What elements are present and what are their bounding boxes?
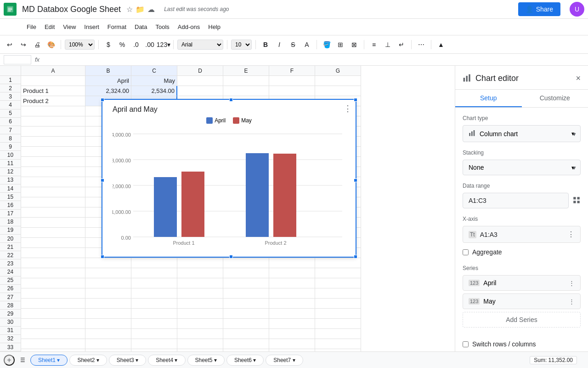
row-num-33[interactable]: 33 <box>0 343 21 351</box>
row-num-15[interactable]: 15 <box>0 193 21 201</box>
cell-row22[interactable] <box>269 288 315 299</box>
cell-row22[interactable] <box>85 288 131 299</box>
cell-row10[interactable] <box>21 167 85 177</box>
cell-row27[interactable] <box>223 339 269 349</box>
cell-row26[interactable] <box>223 329 269 339</box>
row-num-13[interactable]: 13 <box>0 176 21 184</box>
cell-row23[interactable] <box>315 299 361 309</box>
cell-row19[interactable] <box>223 258 269 268</box>
cell-e1[interactable] <box>223 76 269 86</box>
cell-row8[interactable] <box>21 147 85 157</box>
strikethrough-button[interactable]: S <box>287 39 299 51</box>
cell-row26[interactable] <box>85 329 131 339</box>
row-num-29[interactable]: 29 <box>0 310 21 318</box>
italic-button[interactable]: I <box>273 39 285 51</box>
cell-row25[interactable] <box>85 319 131 329</box>
sheet-list-button[interactable]: ☰ <box>17 354 28 366</box>
cell-row5[interactable] <box>21 116 85 126</box>
row-num-1[interactable]: 1 <box>0 76 21 84</box>
decimal-increase-button[interactable]: .00 <box>144 39 156 51</box>
cell-row20[interactable] <box>131 268 177 278</box>
row-num-6[interactable]: 6 <box>0 118 21 126</box>
cloud-icon[interactable]: ☁ <box>147 5 155 14</box>
row-num-5[interactable]: 5 <box>0 109 21 118</box>
cell-row27[interactable] <box>131 339 177 349</box>
col-header-a[interactable]: A <box>21 66 85 76</box>
col-header-f[interactable]: F <box>269 66 315 76</box>
cell-row27[interactable] <box>21 339 85 349</box>
cell-row23[interactable] <box>131 299 177 309</box>
resize-handle-mr[interactable] <box>354 178 357 182</box>
cell-row24[interactable] <box>315 309 361 319</box>
row-num-10[interactable]: 10 <box>0 151 21 159</box>
cell-row26[interactable] <box>21 329 85 339</box>
cell-row28[interactable] <box>131 349 177 351</box>
cell-c1[interactable]: May <box>131 76 177 86</box>
cell-row25[interactable] <box>21 319 85 329</box>
row-num-26[interactable]: 26 <box>0 285 21 293</box>
add-series-button[interactable]: Add Series <box>463 312 581 328</box>
paint-format-button[interactable]: 🎨 <box>45 39 57 51</box>
font-size-select[interactable]: 10 <box>231 40 252 50</box>
row-num-24[interactable]: 24 <box>0 268 21 276</box>
row-num-8[interactable]: 8 <box>0 134 21 143</box>
cell-row20[interactable] <box>223 268 269 278</box>
cell-row25[interactable] <box>177 319 223 329</box>
cell-a3[interactable]: Product 2 <box>21 96 85 106</box>
wrap-button[interactable]: ↵ <box>396 39 407 51</box>
cell-row27[interactable] <box>177 339 223 349</box>
cell-row13[interactable] <box>21 197 85 207</box>
cell-row9[interactable] <box>21 157 85 167</box>
cell-row24[interactable] <box>223 309 269 319</box>
cell-row24[interactable] <box>131 309 177 319</box>
format-button[interactable]: 123▾ <box>158 39 170 51</box>
menu-view[interactable]: View <box>59 22 79 32</box>
col-header-b[interactable]: B <box>85 66 131 76</box>
cell-row21[interactable] <box>269 278 315 288</box>
row-num-30[interactable]: 30 <box>0 318 21 327</box>
cell-row26[interactable] <box>315 329 361 339</box>
row-num-18[interactable]: 18 <box>0 218 21 226</box>
cell-row26[interactable] <box>131 329 177 339</box>
tab-setup[interactable]: Setup <box>455 90 522 107</box>
cell-row23[interactable] <box>177 299 223 309</box>
cell-row25[interactable] <box>223 319 269 329</box>
aggregate-checkbox[interactable] <box>463 249 469 255</box>
menu-file[interactable]: File <box>23 22 40 32</box>
sheet-tab-sheet7[interactable]: Sheet7 ▾ <box>266 355 303 366</box>
series-april-more-button[interactable]: ⋮ <box>569 280 575 287</box>
cell-row20[interactable] <box>177 268 223 278</box>
bold-button[interactable]: B <box>260 39 271 51</box>
row-num-20[interactable]: 20 <box>0 235 21 243</box>
cell-row27[interactable] <box>269 339 315 349</box>
row-num-23[interactable]: 23 <box>0 259 21 268</box>
cell-g1[interactable] <box>315 76 361 86</box>
cell-row20[interactable] <box>315 268 361 278</box>
collapse-button[interactable]: ▲ <box>435 39 447 51</box>
cell-a1[interactable] <box>21 76 85 86</box>
col-header-g[interactable]: G <box>315 66 361 76</box>
cell-row24[interactable] <box>269 309 315 319</box>
cell-d1[interactable] <box>177 76 223 86</box>
cell-row21[interactable] <box>131 278 177 288</box>
cell-d2[interactable] <box>177 86 223 96</box>
cell-row17[interactable] <box>21 238 85 248</box>
sheet-tab-sheet3[interactable]: Sheet3 ▾ <box>109 355 146 366</box>
col-header-e[interactable]: E <box>223 66 269 76</box>
star-icon[interactable]: ☆ <box>126 5 133 14</box>
merge-button[interactable]: ⊠ <box>348 39 360 51</box>
resize-handle-tr[interactable] <box>354 98 357 102</box>
cell-a4[interactable] <box>21 106 85 116</box>
sheet-tab-sheet6[interactable]: Sheet6 ▾ <box>226 355 264 366</box>
row-num-22[interactable]: 22 <box>0 251 21 259</box>
cell-row18[interactable] <box>21 248 85 258</box>
cell-row23[interactable] <box>21 299 85 309</box>
row-num-19[interactable]: 19 <box>0 226 21 235</box>
sheet-tab-sheet2[interactable]: Sheet2 ▾ <box>69 355 107 366</box>
cell-row16[interactable] <box>21 228 85 238</box>
menu-edit[interactable]: Edit <box>41 22 58 32</box>
percent-button[interactable]: % <box>116 39 128 51</box>
valign-button[interactable]: ⊥ <box>382 39 394 51</box>
cell-row26[interactable] <box>269 329 315 339</box>
cell-g2[interactable] <box>315 86 361 96</box>
